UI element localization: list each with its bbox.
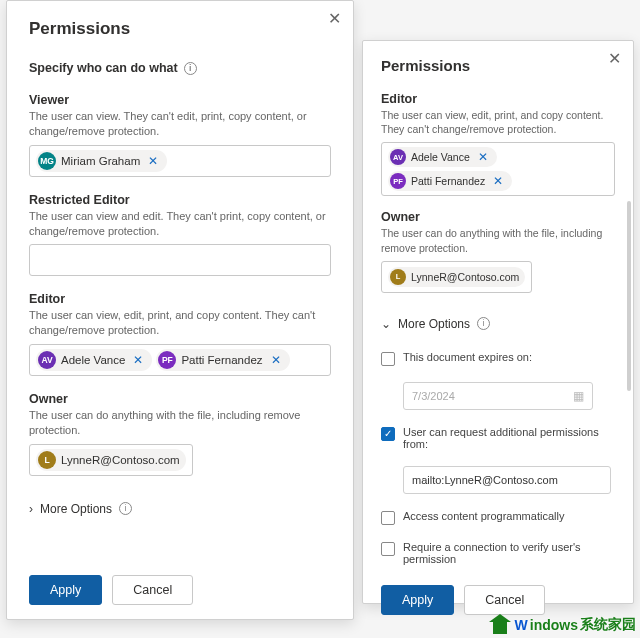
calendar-icon[interactable]: ▦	[573, 389, 584, 403]
editor-field[interactable]: AV Adele Vance ✕ PF Patti Fernandez ✕	[29, 344, 331, 376]
owner-field[interactable]: L LynneR@Contoso.com	[381, 261, 532, 293]
connection-checkbox[interactable]	[381, 542, 395, 556]
dialog-title: Permissions	[29, 19, 331, 39]
person-chip[interactable]: MG Miriam Graham ✕	[36, 150, 167, 172]
dialog-footer: Apply Cancel	[29, 563, 331, 605]
chip-label: Adele Vance	[411, 151, 470, 163]
owner-section: Owner The user can do anything with the …	[381, 210, 615, 292]
expires-label: This document expires on:	[403, 351, 532, 363]
restricted-desc: The user can view and edit. They can't p…	[29, 209, 331, 239]
watermark-w: W	[515, 617, 528, 633]
remove-chip-icon[interactable]: ✕	[130, 353, 146, 367]
remove-chip-icon[interactable]: ✕	[268, 353, 284, 367]
cancel-button[interactable]: Cancel	[112, 575, 193, 605]
editor-section: Editor The user can view, edit, print, a…	[381, 92, 615, 196]
check-icon: ✓	[384, 429, 392, 439]
more-options-toggle[interactable]: ⌄ More Options i	[381, 317, 615, 331]
programmatic-checkbox[interactable]	[381, 511, 395, 525]
editor-desc: The user can view, edit, print, and copy…	[381, 108, 615, 136]
option-expires-date-row: 7/3/2024 ▦	[403, 382, 615, 410]
watermark-text2: 系统家园	[580, 616, 636, 634]
remove-chip-icon[interactable]: ✕	[145, 154, 161, 168]
connection-label: Require a connection to verify user's pe…	[403, 541, 615, 565]
viewer-section: Viewer The user can view. They can't edi…	[29, 93, 331, 177]
avatar: L	[38, 451, 56, 469]
person-chip[interactable]: PF Patti Fernandez ✕	[388, 171, 512, 191]
avatar: MG	[38, 152, 56, 170]
person-chip[interactable]: AV Adele Vance ✕	[36, 349, 152, 371]
owner-section: Owner The user can do anything with the …	[29, 392, 331, 476]
chip-label: Patti Fernandez	[181, 354, 262, 366]
editor-title: Editor	[29, 292, 331, 306]
permissions-dialog-left: ✕ Permissions Specify who can do what i …	[6, 0, 354, 620]
more-options-label: More Options	[40, 502, 112, 516]
chip-label: Patti Fernandez	[411, 175, 485, 187]
chevron-right-icon: ›	[29, 502, 33, 516]
person-chip[interactable]: AV Adele Vance ✕	[388, 147, 497, 167]
expires-date-value: 7/3/2024	[412, 390, 455, 402]
specify-label-row: Specify who can do what i	[29, 61, 331, 75]
person-chip[interactable]: L LynneR@Contoso.com	[36, 449, 186, 471]
chip-label: LynneR@Contoso.com	[61, 454, 180, 466]
remove-chip-icon[interactable]: ✕	[475, 150, 491, 164]
option-connection: Require a connection to verify user's pe…	[381, 541, 615, 565]
info-icon[interactable]: i	[119, 502, 132, 515]
scrollbar[interactable]	[627, 201, 631, 391]
chip-label: Adele Vance	[61, 354, 125, 366]
editor-title: Editor	[381, 92, 615, 106]
watermark: Windows系统家园	[489, 616, 636, 634]
close-icon[interactable]: ✕	[605, 49, 623, 67]
dialog-title: Permissions	[381, 57, 615, 74]
chip-label: LynneR@Contoso.com	[411, 271, 519, 283]
info-icon[interactable]: i	[477, 317, 490, 330]
option-expires: This document expires on:	[381, 351, 615, 366]
request-label: User can request additional permissions …	[403, 426, 615, 450]
restricted-title: Restricted Editor	[29, 193, 331, 207]
cancel-button[interactable]: Cancel	[464, 585, 545, 615]
apply-button[interactable]: Apply	[29, 575, 102, 605]
permissions-dialog-right: ✕ Permissions Editor The user can view, …	[362, 40, 634, 604]
chip-label: Miriam Graham	[61, 155, 140, 167]
watermark-text1: indows	[530, 617, 578, 633]
person-chip[interactable]: PF Patti Fernandez ✕	[156, 349, 289, 371]
owner-field[interactable]: L LynneR@Contoso.com	[29, 444, 193, 476]
more-options-toggle[interactable]: › More Options i	[29, 502, 331, 516]
request-checkbox[interactable]: ✓	[381, 427, 395, 441]
avatar: AV	[38, 351, 56, 369]
avatar: PF	[158, 351, 176, 369]
editor-field[interactable]: AV Adele Vance ✕ PF Patti Fernandez ✕	[381, 142, 615, 196]
option-programmatic: Access content programmatically	[381, 510, 615, 525]
person-chip[interactable]: L LynneR@Contoso.com	[388, 267, 525, 287]
more-options-label: More Options	[398, 317, 470, 331]
request-from-value: mailto:LynneR@Contoso.com	[412, 474, 558, 486]
remove-chip-icon[interactable]: ✕	[490, 174, 506, 188]
avatar: L	[390, 269, 406, 285]
programmatic-label: Access content programmatically	[403, 510, 564, 522]
house-icon	[489, 616, 511, 634]
option-request-input-row: mailto:LynneR@Contoso.com	[403, 466, 615, 494]
avatar: AV	[390, 149, 406, 165]
viewer-desc: The user can view. They can't edit, prin…	[29, 109, 331, 139]
owner-title: Owner	[29, 392, 331, 406]
close-icon[interactable]: ✕	[325, 9, 343, 27]
editor-desc: The user can view, edit, print, and copy…	[29, 308, 331, 338]
viewer-title: Viewer	[29, 93, 331, 107]
chevron-down-icon: ⌄	[381, 317, 391, 331]
request-from-input[interactable]: mailto:LynneR@Contoso.com	[403, 466, 611, 494]
expires-checkbox[interactable]	[381, 352, 395, 366]
avatar: PF	[390, 173, 406, 189]
owner-desc: The user can do anything with the file, …	[29, 408, 331, 438]
option-request: ✓ User can request additional permission…	[381, 426, 615, 450]
owner-desc: The user can do anything with the file, …	[381, 226, 615, 254]
apply-button[interactable]: Apply	[381, 585, 454, 615]
restricted-editor-section: Restricted Editor The user can view and …	[29, 193, 331, 277]
owner-title: Owner	[381, 210, 615, 224]
info-icon[interactable]: i	[184, 62, 197, 75]
restricted-field[interactable]	[29, 244, 331, 276]
specify-label: Specify who can do what	[29, 61, 178, 75]
editor-section: Editor The user can view, edit, print, a…	[29, 292, 331, 376]
dialog-footer: Apply Cancel	[381, 573, 615, 615]
viewer-field[interactable]: MG Miriam Graham ✕	[29, 145, 331, 177]
expires-date-input[interactable]: 7/3/2024 ▦	[403, 382, 593, 410]
